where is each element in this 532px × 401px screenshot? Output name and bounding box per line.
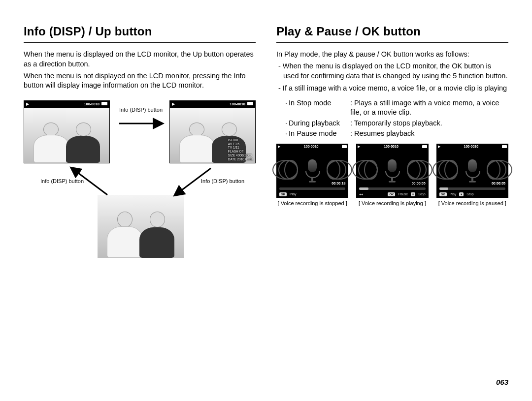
mode-label: During playback (285, 119, 347, 128)
arrow-label: Info (DISP) button (40, 178, 84, 185)
voice-caption: [ Voice recording is playing ] (356, 200, 428, 207)
battery-icon (502, 145, 507, 148)
mode-value: : Plays a still image with a voice memo,… (350, 98, 508, 118)
ctrl-action-2: Stop (418, 192, 425, 196)
voice-card: ▶100-0010 00:00:18 OKPlay [ Voice record… (276, 144, 348, 207)
file-counter: 100-0010 (230, 102, 245, 106)
bullet-list: When the menu is displayed on the LCD mo… (276, 62, 508, 93)
status-bar: ▶ 100-0010 (170, 101, 255, 108)
voice-caption: [ Voice recording is stopped ] (276, 200, 348, 207)
left-column: Info (DISP) / Up button When the menu is… (24, 24, 256, 401)
play-icon: ▶ (26, 102, 29, 107)
voice-card: ▶100-0010 00:00:05 OKPlay▾Stop [ Voice r… (436, 144, 508, 207)
page-number: 063 (496, 377, 508, 387)
ctrl-action: Play (290, 192, 297, 196)
elapsed-time: 00:00:18 (332, 181, 345, 185)
mode-label: In Stop mode (285, 98, 347, 118)
voice-caption: [ Voice recording is paused ] (436, 200, 508, 207)
rule (24, 42, 256, 43)
rule (276, 42, 508, 43)
right-heading: Play & Pause / OK button (276, 24, 508, 39)
bullet-item: If a still image with a voice memo, a vo… (276, 84, 508, 93)
voice-card: ▶100-0010 00:00:05 ◂◂OKPause▾Stop [ Voic… (356, 144, 428, 207)
exif-overlay: ISO 80 AV F3.5 TV 1/31 FLASH Off SIZE 40… (228, 138, 253, 161)
ok-pill: OK (279, 192, 287, 196)
lcd-preview-clean (98, 195, 184, 258)
ctrl-action-2: Stop (466, 192, 473, 196)
arrow-label: Info (DISP) button (201, 178, 244, 185)
lcd-preview-detailed: ▶ 100-0010 ISO 80 AV F3.5 TV 1/31 FLASH … (169, 100, 256, 163)
status-bar: ▶ 100-0010 (24, 101, 109, 108)
arrow-label: Info (DISP) button (119, 106, 163, 114)
info-disp-cycle-diagram: ▶ 100-0010 ▶ 100-0010 ISO 8 (24, 96, 256, 254)
battery-icon (342, 145, 347, 148)
microphone-icon (385, 159, 399, 179)
sample-photo (24, 108, 109, 163)
lcd-preview-basic: ▶ 100-0010 (24, 100, 110, 163)
bullet-item: When the menu is displayed on the LCD mo… (276, 62, 508, 81)
left-para-1: When the menu is displayed on the LCD mo… (24, 50, 256, 69)
battery-icon (101, 102, 107, 105)
mode-value: : Temporarily stops playback. (350, 119, 508, 128)
battery-icon (422, 145, 427, 148)
ok-pill: OK (439, 192, 447, 196)
file-counter: 100-0010 (464, 144, 479, 149)
right-column: Play & Pause / OK button In Play mode, t… (276, 24, 508, 401)
voice-lcd: ▶100-0010 00:00:05 OKPlay▾Stop (436, 144, 508, 198)
file-counter: 100-0010 (84, 102, 100, 106)
manual-page: Info (DISP) / Up button When the menu is… (0, 0, 532, 401)
ctrl-action: Play (450, 192, 457, 196)
elapsed-time: 00:00:05 (412, 181, 426, 185)
ctrl-action: Pause (398, 192, 408, 196)
play-icon: ▶ (172, 102, 175, 107)
sample-photo (98, 195, 184, 258)
elapsed-time: 00:00:05 (492, 181, 505, 185)
voice-lcd: ▶100-0010 00:00:05 ◂◂OKPause▾Stop (356, 144, 428, 198)
mode-label: In Pause mode (285, 129, 347, 139)
battery-icon (247, 102, 253, 105)
voice-screens-row: ▶100-0010 00:00:18 OKPlay [ Voice record… (276, 144, 508, 207)
play-icon: ▶ (358, 144, 360, 149)
arrow-icon (117, 116, 166, 131)
left-para-2: When the menu is not displayed on the LC… (24, 71, 256, 91)
sample-photo: ISO 80 AV F3.5 TV 1/31 FLASH Off SIZE 40… (170, 108, 255, 163)
file-counter: 100-0010 (384, 144, 399, 149)
right-intro: In Play mode, the play & pause / OK butt… (276, 50, 508, 60)
ok-pill: OK (388, 192, 395, 196)
play-icon: ▶ (278, 144, 280, 149)
mode-value: : Resumes playback (350, 129, 508, 139)
microphone-icon (305, 159, 319, 179)
left-heading: Info (DISP) / Up button (24, 24, 256, 39)
file-counter: 100-0010 (304, 144, 319, 149)
microphone-icon (466, 159, 479, 179)
play-icon: ▶ (438, 144, 440, 149)
voice-lcd: ▶100-0010 00:00:18 OKPlay (276, 144, 348, 198)
mode-list: In Stop mode : Plays a still image with … (285, 98, 508, 139)
